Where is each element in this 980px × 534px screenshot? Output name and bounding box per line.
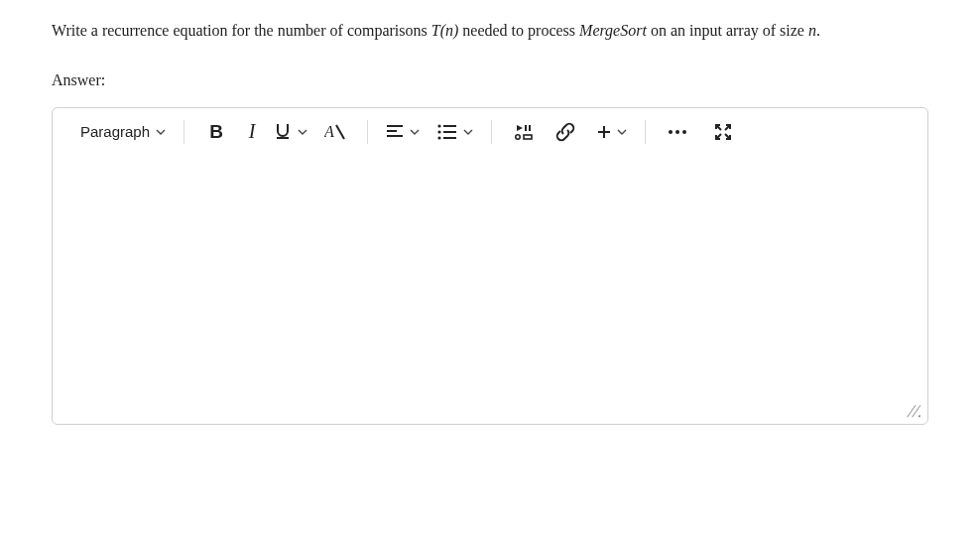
plus-icon [597, 125, 611, 139]
underline-icon [274, 122, 292, 142]
chevron-down-icon [410, 127, 420, 137]
align-left-icon [386, 124, 404, 140]
svg-point-21 [682, 130, 686, 134]
paragraph-label: Paragraph [80, 123, 150, 140]
svg-point-6 [437, 124, 440, 127]
editor-toolbar: Paragraph B I [53, 108, 927, 156]
list-button[interactable] [437, 118, 473, 146]
svg-rect-13 [525, 125, 527, 131]
chevron-down-icon [156, 127, 166, 137]
toolbar-separator [645, 120, 646, 144]
list-icon [437, 124, 457, 140]
media-player-icon [514, 123, 534, 141]
bold-icon: B [209, 121, 223, 143]
paragraph-dropdown[interactable]: Paragraph [80, 118, 166, 146]
svg-rect-14 [529, 125, 531, 131]
rich-text-editor: Paragraph B I [52, 107, 928, 425]
svg-point-19 [669, 130, 673, 134]
svg-marker-12 [517, 125, 523, 131]
tn-var: T(n) [431, 22, 459, 39]
more-button[interactable] [664, 118, 691, 146]
clear-format-button[interactable]: A [321, 118, 349, 146]
answer-label: Answer: [52, 71, 928, 89]
italic-icon: I [249, 120, 256, 143]
question-mid: needed to process [458, 22, 579, 39]
chevron-down-icon [617, 127, 627, 137]
clear-format-icon: A [324, 122, 346, 142]
toolbar-separator [184, 120, 184, 144]
fullscreen-icon [714, 123, 732, 141]
italic-button[interactable]: I [238, 118, 266, 146]
svg-line-2 [336, 125, 344, 139]
svg-rect-16 [524, 135, 532, 139]
toolbar-separator [367, 120, 368, 144]
chevron-down-icon [298, 127, 307, 137]
svg-point-10 [437, 136, 440, 139]
svg-text:A: A [324, 123, 334, 140]
question-post1: on an input array of size [647, 22, 808, 39]
question-post2: . [816, 22, 820, 39]
more-dots-icon [668, 129, 687, 135]
underline-button[interactable] [274, 118, 307, 146]
svg-point-20 [675, 130, 679, 134]
editor-textarea[interactable] [54, 157, 926, 423]
svg-point-8 [437, 130, 440, 133]
mergesort-word: MergeSort [579, 22, 647, 39]
toolbar-separator [491, 120, 492, 144]
align-button[interactable] [386, 118, 420, 146]
insert-plus-button[interactable] [597, 118, 627, 146]
fullscreen-button[interactable] [709, 118, 737, 146]
chevron-down-icon [463, 127, 473, 137]
media-button[interactable] [510, 118, 538, 146]
question-text: Write a recurrence equation for the numb… [52, 18, 928, 44]
link-icon [555, 122, 575, 142]
n-var: n [808, 22, 816, 39]
svg-point-15 [516, 134, 520, 138]
link-button[interactable] [551, 118, 579, 146]
bold-button[interactable]: B [202, 118, 230, 146]
question-pre: Write a recurrence equation for the numb… [52, 22, 431, 39]
